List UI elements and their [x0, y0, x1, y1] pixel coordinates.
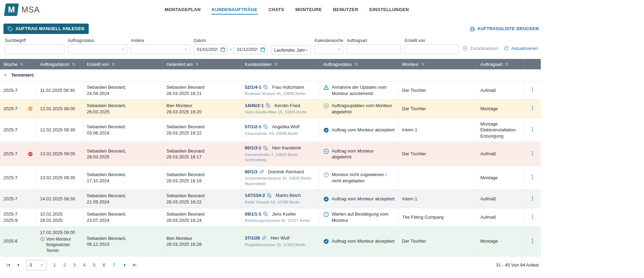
page-link-2[interactable]: 2	[63, 262, 66, 268]
customer-name: Dominik Reinhard	[268, 169, 304, 175]
row-actions-button[interactable]	[529, 173, 536, 181]
search-input[interactable]	[5, 44, 64, 54]
changed-by: Sebastien Besnard	[167, 211, 238, 217]
col-header-monteur[interactable]: Monteur	[398, 59, 477, 69]
copy-icon[interactable]	[263, 146, 268, 150]
table-row[interactable]: 2025-7 13.02.2025 08:00 Sebastien Besnar…	[0, 142, 541, 166]
kebab-icon	[529, 195, 536, 201]
date-from-input[interactable]	[194, 47, 218, 52]
col-header-woche[interactable]: Woche	[0, 59, 36, 69]
order-type: Aufmaß	[477, 190, 524, 208]
link-icon[interactable]	[259, 170, 264, 174]
page-link-4[interactable]: 4	[83, 262, 86, 268]
nav-kundenauftraege[interactable]: KUNDENAUFTRÄGE	[211, 5, 258, 15]
order-number: 37/1/28	[245, 235, 260, 241]
calendar-week-select[interactable]	[315, 44, 343, 54]
page-link-1[interactable]: 1	[53, 262, 56, 268]
order-date: 28.02.2025	[40, 217, 80, 224]
refresh-button[interactable]: Aktualisieren	[504, 46, 538, 51]
group-row-terminiert[interactable]: Terminiert:	[0, 69, 541, 81]
page-link-6[interactable]: 6	[103, 262, 106, 268]
nav-montageplan[interactable]: MONTAGEPLAN	[164, 5, 201, 15]
col-header-kundendaten[interactable]: Kundendaten	[241, 59, 319, 69]
col-header-auftragsstatus[interactable]: Auftragsstatus	[319, 59, 398, 69]
prev-page-button[interactable]	[14, 261, 22, 269]
order-type-input[interactable]	[347, 44, 401, 54]
table-row[interactable]: 2025-7 11.02.2025 08:30 Sebastien Besnar…	[0, 81, 541, 99]
row-actions-button[interactable]	[529, 86, 536, 94]
create-order-button[interactable]: AUFTRAG MANUELL ANLEGEN	[3, 24, 89, 34]
row-actions-button[interactable]	[529, 194, 536, 202]
col-header-geaendert-am[interactable]: Geändert am	[163, 59, 241, 69]
col-header-erstellt-von[interactable]: Erstellt von	[83, 59, 163, 69]
copy-icon[interactable]	[263, 85, 268, 89]
order-number: 60/1/3-1	[245, 145, 262, 151]
date-to-calendar-button[interactable]	[258, 45, 267, 54]
created-by: Sebastien Besnard,	[87, 193, 159, 199]
changed-by: Ben Monteur	[167, 235, 238, 242]
print-order-list-button[interactable]: AUFTRAGSLISTE DRUCKEN	[470, 26, 539, 32]
first-page-icon	[6, 262, 11, 268]
reset-label: Zurücksetzen	[470, 46, 498, 51]
changed-by: Sebastien Besnard	[167, 84, 238, 90]
table-row[interactable]: 2025-8 17.02.2025 08:00Vom Monteur festg…	[0, 226, 541, 256]
order-type: Aufmaß	[477, 142, 524, 166]
period-value: Laufendes Jahr	[274, 47, 305, 53]
table-row[interactable]: 2025-7 12.02.2025 08:00 Sebastien Besnar…	[0, 99, 541, 118]
week-value: 2025-7	[3, 87, 17, 94]
customer-address: Alsterkrugchaussee 42, 12157 Berlin	[245, 218, 316, 224]
table-row[interactable]: 2025-72025-9 10.02.202528.02.2025 Sebast…	[0, 208, 541, 226]
date-from-calendar-button[interactable]	[218, 45, 227, 54]
changed-date: 28.03.2025 16:22	[167, 130, 238, 136]
kebab-icon	[529, 150, 536, 157]
customer-name: Herr Wulf	[271, 235, 290, 241]
customer-name: Herr Kandemir	[272, 145, 301, 151]
sort-icon	[195, 62, 199, 66]
filter-bar: Suchbegriff Auftragsstatus Andere Datum	[0, 37, 542, 59]
nav-chats[interactable]: CHATS	[268, 5, 284, 15]
andere-label: Andere	[131, 38, 190, 43]
first-page-button[interactable]	[4, 261, 12, 269]
last-page-button[interactable]	[131, 261, 139, 269]
date-label: Datum	[194, 38, 267, 43]
col-header-auftragsdatum[interactable]: Auftragsdatum	[36, 59, 83, 69]
andere-select[interactable]	[131, 44, 190, 54]
col-header-auftragsart[interactable]: Auftragsart	[477, 59, 524, 69]
filter-actions: Zurücksetzen Aktualisieren	[462, 46, 539, 51]
copy-icon[interactable]	[263, 212, 268, 216]
changed-date: 28.03.2025 16:21	[167, 90, 238, 97]
table-row[interactable]: 2025-7 14.02.2025 08:30 Sebastien Besnar…	[0, 190, 541, 208]
created-by-label: Erstellt von	[405, 38, 459, 43]
copy-icon[interactable]	[263, 124, 268, 129]
monteur-name	[398, 166, 477, 190]
page-select[interactable]: 3	[26, 260, 46, 270]
date-to-input[interactable]	[234, 47, 258, 52]
nav-benutzer[interactable]: BENUTZER	[333, 5, 359, 15]
table-row[interactable]: 2025-7 12.02.2025 08:30 Sebastien Besnar…	[0, 118, 541, 142]
monteur-name: The Fitting Company	[398, 208, 477, 226]
status-icon	[323, 238, 329, 244]
page-link-3[interactable]: 3	[73, 262, 76, 268]
period-select[interactable]: Laufendes Jahr	[271, 45, 311, 55]
col-header-actions	[524, 59, 541, 69]
nav-monteure[interactable]: MONTEURE	[295, 5, 322, 15]
created-by-input[interactable]	[405, 44, 459, 54]
copy-icon[interactable]	[266, 103, 270, 108]
order-status-select[interactable]	[68, 44, 127, 54]
row-actions-button[interactable]	[529, 104, 536, 112]
row-actions-button[interactable]	[529, 237, 536, 245]
reset-filters-button[interactable]: Zurücksetzen	[462, 46, 498, 51]
table-row[interactable]: 2025-7 13.02.2025 08:30 Sebastien Besnar…	[0, 166, 541, 190]
chevron-down-icon[interactable]	[3, 73, 7, 77]
page-link-7[interactable]: 7	[113, 262, 115, 268]
link-icon[interactable]	[262, 236, 266, 240]
copy-icon[interactable]	[267, 193, 272, 198]
order-type: Montage	[477, 226, 524, 256]
page-link-5[interactable]: 5	[93, 262, 96, 268]
nav-einstellungen[interactable]: EINSTELLUNGEN	[369, 5, 409, 15]
row-actions-button[interactable]	[529, 150, 536, 157]
row-actions-button[interactable]	[529, 213, 536, 220]
next-page-button[interactable]	[121, 261, 129, 269]
row-actions-button[interactable]	[529, 126, 536, 133]
main-nav: MONTAGEPLAN KUNDENAUFTRÄGE CHATS MONTEUR…	[164, 0, 409, 19]
